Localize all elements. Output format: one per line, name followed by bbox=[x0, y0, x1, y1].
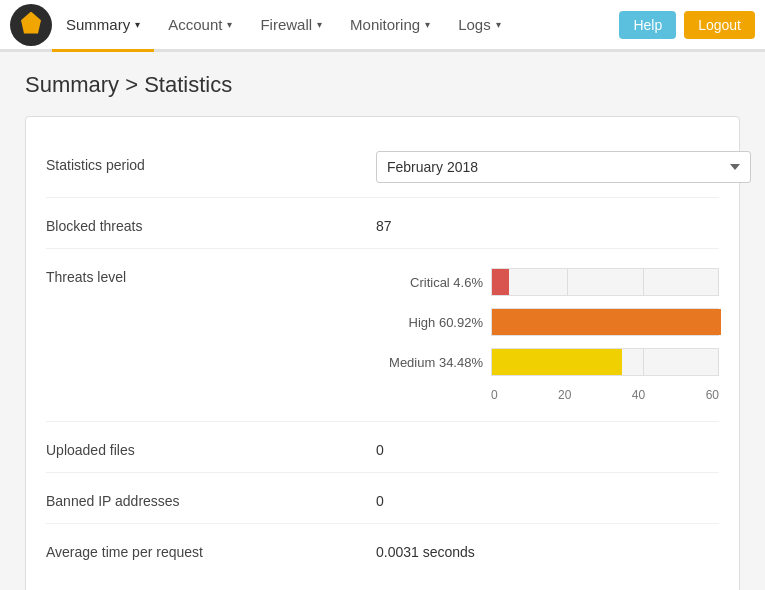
bar-track bbox=[491, 268, 719, 296]
page-content: Summary > Statistics Statistics period F… bbox=[0, 52, 765, 590]
chart-bar-row: High 60.92% bbox=[376, 308, 719, 336]
bar-track bbox=[491, 348, 719, 376]
breadcrumb: Summary > Statistics bbox=[25, 72, 740, 98]
nav-monitoring-caret: ▾ bbox=[425, 19, 430, 30]
bar-label: High 60.92% bbox=[376, 315, 491, 330]
nav-logs-label: Logs bbox=[458, 16, 491, 33]
threats-label: Threats level bbox=[46, 263, 376, 285]
banned-row: Banned IP addresses 0 bbox=[46, 473, 719, 524]
bar-fill bbox=[492, 309, 721, 335]
nav-item-monitoring[interactable]: Monitoring ▾ bbox=[336, 0, 444, 51]
nav-item-logs[interactable]: Logs ▾ bbox=[444, 0, 515, 51]
banned-value: 0 bbox=[376, 487, 384, 509]
nav-firewall-caret: ▾ bbox=[317, 19, 322, 30]
axis-labels: 0204060 bbox=[491, 388, 719, 402]
axis-label: 20 bbox=[558, 388, 571, 402]
period-row: Statistics period February 2018 bbox=[46, 137, 719, 198]
chart-bar-row: Critical 4.6% bbox=[376, 268, 719, 296]
help-button[interactable]: Help bbox=[619, 11, 676, 39]
avg-label: Average time per request bbox=[46, 538, 376, 560]
logout-button[interactable]: Logout bbox=[684, 11, 755, 39]
threats-row: Threats level Critical 4.6%High 60.92%Me… bbox=[46, 249, 719, 422]
axis-label: 0 bbox=[491, 388, 498, 402]
bar-fill bbox=[492, 269, 509, 295]
avg-row: Average time per request 0.0031 seconds bbox=[46, 524, 719, 574]
uploaded-label: Uploaded files bbox=[46, 436, 376, 458]
nav-monitoring-label: Monitoring bbox=[350, 16, 420, 33]
nav-summary-caret: ▾ bbox=[135, 19, 140, 30]
stats-card: Statistics period February 2018 Blocked … bbox=[25, 116, 740, 590]
blocked-value: 87 bbox=[376, 212, 392, 234]
period-label: Statistics period bbox=[46, 151, 376, 173]
period-select[interactable]: February 2018 bbox=[376, 151, 751, 183]
navbar: Summary ▾ Account ▾ Firewall ▾ Monitorin… bbox=[0, 0, 765, 52]
nav-summary-label: Summary bbox=[66, 16, 130, 33]
uploaded-row: Uploaded files 0 bbox=[46, 422, 719, 473]
nav-account-caret: ▾ bbox=[227, 19, 232, 30]
nav-account-label: Account bbox=[168, 16, 222, 33]
uploaded-value: 0 bbox=[376, 436, 384, 458]
bar-fill bbox=[492, 349, 622, 375]
avg-value: 0.0031 seconds bbox=[376, 538, 475, 560]
bar-track bbox=[491, 308, 719, 336]
nav-item-account[interactable]: Account ▾ bbox=[154, 0, 246, 51]
blocked-row: Blocked threats 87 bbox=[46, 198, 719, 249]
axis-label: 60 bbox=[706, 388, 719, 402]
chart-axis: 0204060 bbox=[376, 388, 719, 402]
nav-item-summary[interactable]: Summary ▾ bbox=[52, 0, 154, 52]
nav-logs-caret: ▾ bbox=[496, 19, 501, 30]
chart-bar-row: Medium 34.48% bbox=[376, 348, 719, 376]
period-select-wrapper: February 2018 bbox=[376, 151, 751, 183]
bar-label: Medium 34.48% bbox=[376, 355, 491, 370]
nav-actions: Help Logout bbox=[619, 11, 755, 39]
bar-label: Critical 4.6% bbox=[376, 275, 491, 290]
bar-area bbox=[491, 268, 719, 296]
nav-menu: Summary ▾ Account ▾ Firewall ▾ Monitorin… bbox=[52, 0, 619, 51]
nav-item-firewall[interactable]: Firewall ▾ bbox=[246, 0, 336, 51]
threats-chart: Critical 4.6%High 60.92%Medium 34.48%020… bbox=[376, 263, 719, 407]
nav-firewall-label: Firewall bbox=[260, 16, 312, 33]
app-logo bbox=[10, 4, 52, 46]
axis-label: 40 bbox=[632, 388, 645, 402]
banned-label: Banned IP addresses bbox=[46, 487, 376, 509]
bar-area bbox=[491, 308, 719, 336]
bar-area bbox=[491, 348, 719, 376]
blocked-label: Blocked threats bbox=[46, 212, 376, 234]
